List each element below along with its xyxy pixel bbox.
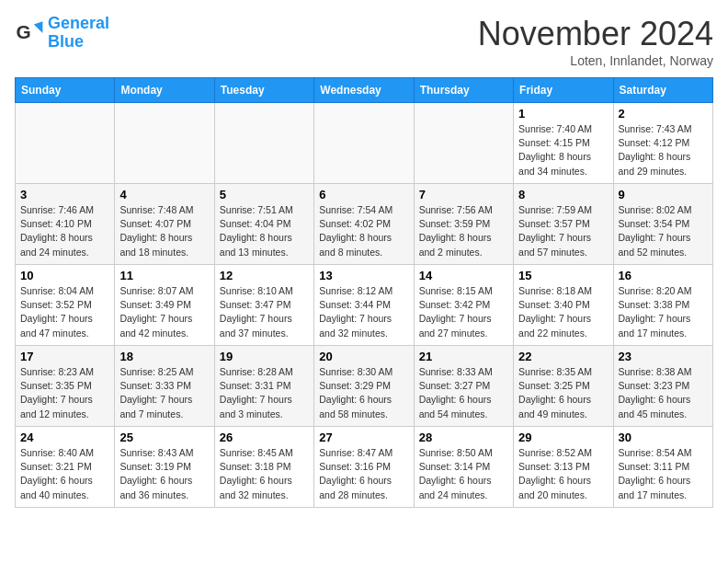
svg-marker-1 [34, 21, 43, 33]
calendar-cell: 8Sunrise: 7:59 AM Sunset: 3:57 PM Daylig… [514, 184, 613, 265]
day-number: 9 [619, 188, 708, 201]
week-row-2: 3Sunrise: 7:46 AM Sunset: 4:10 PM Daylig… [16, 184, 713, 265]
calendar-cell: 14Sunrise: 8:15 AM Sunset: 3:42 PM Dayli… [414, 265, 513, 346]
calendar-cell: 12Sunrise: 8:10 AM Sunset: 3:47 PM Dayli… [214, 265, 313, 346]
day-number: 2 [619, 107, 708, 121]
calendar-cell: 18Sunrise: 8:25 AM Sunset: 3:33 PM Dayli… [115, 346, 214, 427]
header-tuesday: Tuesday [214, 78, 313, 103]
calendar-cell: 30Sunrise: 8:54 AM Sunset: 3:11 PM Dayli… [613, 427, 712, 508]
logo-icon: G [15, 18, 44, 48]
day-info: Sunrise: 8:02 AM Sunset: 3:54 PM Dayligh… [619, 203, 708, 259]
day-number: 1 [518, 107, 608, 121]
day-info: Sunrise: 7:48 AM Sunset: 4:07 PM Dayligh… [119, 203, 209, 259]
calendar-cell: 27Sunrise: 8:47 AM Sunset: 3:16 PM Dayli… [314, 427, 414, 508]
day-number: 29 [518, 431, 608, 444]
day-number: 4 [119, 188, 209, 201]
day-number: 30 [619, 431, 708, 444]
day-number: 17 [20, 350, 109, 363]
day-info: Sunrise: 8:33 AM Sunset: 3:27 PM Dayligh… [419, 365, 508, 421]
calendar-cell [214, 103, 313, 184]
calendar-cell: 5Sunrise: 7:51 AM Sunset: 4:04 PM Daylig… [214, 184, 313, 265]
day-info: Sunrise: 7:59 AM Sunset: 3:57 PM Dayligh… [518, 203, 608, 259]
calendar-cell: 24Sunrise: 8:40 AM Sunset: 3:21 PM Dayli… [16, 427, 115, 508]
day-info: Sunrise: 8:12 AM Sunset: 3:44 PM Dayligh… [319, 284, 408, 340]
day-number: 14 [419, 269, 508, 282]
day-number: 20 [319, 350, 408, 363]
calendar-cell: 9Sunrise: 8:02 AM Sunset: 3:54 PM Daylig… [613, 184, 712, 265]
day-number: 10 [20, 269, 109, 282]
day-number: 11 [119, 269, 209, 282]
calendar-cell: 22Sunrise: 8:35 AM Sunset: 3:25 PM Dayli… [514, 346, 613, 427]
day-info: Sunrise: 8:54 AM Sunset: 3:11 PM Dayligh… [619, 446, 708, 502]
calendar-cell: 10Sunrise: 8:04 AM Sunset: 3:52 PM Dayli… [16, 265, 115, 346]
day-number: 19 [220, 350, 309, 363]
day-info: Sunrise: 7:51 AM Sunset: 4:04 PM Dayligh… [220, 203, 309, 259]
day-number: 13 [319, 269, 408, 282]
calendar-cell [115, 103, 214, 184]
day-number: 18 [119, 350, 209, 363]
day-info: Sunrise: 8:20 AM Sunset: 3:38 PM Dayligh… [619, 284, 708, 340]
day-info: Sunrise: 8:10 AM Sunset: 3:47 PM Dayligh… [220, 284, 309, 340]
day-number: 12 [220, 269, 309, 282]
day-info: Sunrise: 8:38 AM Sunset: 3:23 PM Dayligh… [619, 365, 708, 421]
day-number: 27 [319, 431, 408, 444]
day-info: Sunrise: 8:25 AM Sunset: 3:33 PM Dayligh… [119, 365, 209, 421]
calendar-cell [16, 103, 115, 184]
day-number: 25 [119, 431, 209, 444]
day-info: Sunrise: 8:45 AM Sunset: 3:18 PM Dayligh… [220, 446, 309, 502]
day-number: 24 [20, 431, 109, 444]
calendar-cell: 2Sunrise: 7:43 AM Sunset: 4:12 PM Daylig… [613, 103, 712, 184]
day-info: Sunrise: 8:04 AM Sunset: 3:52 PM Dayligh… [20, 284, 109, 340]
day-info: Sunrise: 8:23 AM Sunset: 3:35 PM Dayligh… [20, 365, 109, 421]
calendar-cell: 19Sunrise: 8:28 AM Sunset: 3:31 PM Dayli… [214, 346, 313, 427]
week-row-1: 1Sunrise: 7:40 AM Sunset: 4:15 PM Daylig… [16, 103, 713, 184]
calendar-cell: 23Sunrise: 8:38 AM Sunset: 3:23 PM Dayli… [613, 346, 712, 427]
header-sunday: Sunday [16, 78, 115, 103]
day-info: Sunrise: 8:40 AM Sunset: 3:21 PM Dayligh… [20, 446, 109, 502]
calendar-table: SundayMondayTuesdayWednesdayThursdayFrid… [15, 77, 713, 508]
calendar-cell: 11Sunrise: 8:07 AM Sunset: 3:49 PM Dayli… [115, 265, 214, 346]
day-info: Sunrise: 7:43 AM Sunset: 4:12 PM Dayligh… [619, 122, 708, 178]
day-info: Sunrise: 8:50 AM Sunset: 3:14 PM Dayligh… [419, 446, 508, 502]
calendar-cell: 3Sunrise: 7:46 AM Sunset: 4:10 PM Daylig… [16, 184, 115, 265]
day-info: Sunrise: 8:47 AM Sunset: 3:16 PM Dayligh… [319, 446, 408, 502]
svg-text:G: G [17, 21, 31, 42]
title-block: November 2024 Loten, Innlandet, Norway [478, 15, 713, 68]
calendar-cell [314, 103, 414, 184]
week-row-5: 24Sunrise: 8:40 AM Sunset: 3:21 PM Dayli… [16, 427, 713, 508]
calendar-cell: 25Sunrise: 8:43 AM Sunset: 3:19 PM Dayli… [115, 427, 214, 508]
location-subtitle: Loten, Innlandet, Norway [478, 53, 713, 68]
calendar-cell: 6Sunrise: 7:54 AM Sunset: 4:02 PM Daylig… [314, 184, 414, 265]
day-number: 15 [518, 269, 608, 282]
logo: G General Blue [15, 15, 109, 52]
day-info: Sunrise: 8:07 AM Sunset: 3:49 PM Dayligh… [119, 284, 209, 340]
day-info: Sunrise: 8:52 AM Sunset: 3:13 PM Dayligh… [518, 446, 608, 502]
header-saturday: Saturday [613, 78, 712, 103]
day-number: 26 [220, 431, 309, 444]
calendar-header-row: SundayMondayTuesdayWednesdayThursdayFrid… [16, 78, 713, 103]
day-info: Sunrise: 8:30 AM Sunset: 3:29 PM Dayligh… [319, 365, 408, 421]
day-number: 23 [619, 350, 708, 363]
header-wednesday: Wednesday [314, 78, 414, 103]
day-info: Sunrise: 7:46 AM Sunset: 4:10 PM Dayligh… [20, 203, 109, 259]
day-info: Sunrise: 8:28 AM Sunset: 3:31 PM Dayligh… [220, 365, 309, 421]
day-number: 5 [220, 188, 309, 201]
week-row-3: 10Sunrise: 8:04 AM Sunset: 3:52 PM Dayli… [16, 265, 713, 346]
calendar-cell: 1Sunrise: 7:40 AM Sunset: 4:15 PM Daylig… [514, 103, 613, 184]
calendar-cell: 29Sunrise: 8:52 AM Sunset: 3:13 PM Dayli… [514, 427, 613, 508]
calendar-cell [414, 103, 513, 184]
header-monday: Monday [115, 78, 214, 103]
day-number: 28 [419, 431, 508, 444]
calendar-cell: 21Sunrise: 8:33 AM Sunset: 3:27 PM Dayli… [414, 346, 513, 427]
calendar-cell: 15Sunrise: 8:18 AM Sunset: 3:40 PM Dayli… [514, 265, 613, 346]
calendar-cell: 26Sunrise: 8:45 AM Sunset: 3:18 PM Dayli… [214, 427, 313, 508]
calendar-cell: 7Sunrise: 7:56 AM Sunset: 3:59 PM Daylig… [414, 184, 513, 265]
calendar-cell: 13Sunrise: 8:12 AM Sunset: 3:44 PM Dayli… [314, 265, 414, 346]
calendar-cell: 16Sunrise: 8:20 AM Sunset: 3:38 PM Dayli… [613, 265, 712, 346]
day-info: Sunrise: 8:43 AM Sunset: 3:19 PM Dayligh… [119, 446, 209, 502]
calendar-cell: 20Sunrise: 8:30 AM Sunset: 3:29 PM Dayli… [314, 346, 414, 427]
calendar-cell: 17Sunrise: 8:23 AM Sunset: 3:35 PM Dayli… [16, 346, 115, 427]
day-info: Sunrise: 7:56 AM Sunset: 3:59 PM Dayligh… [419, 203, 508, 259]
day-info: Sunrise: 8:15 AM Sunset: 3:42 PM Dayligh… [419, 284, 508, 340]
day-number: 16 [619, 269, 708, 282]
